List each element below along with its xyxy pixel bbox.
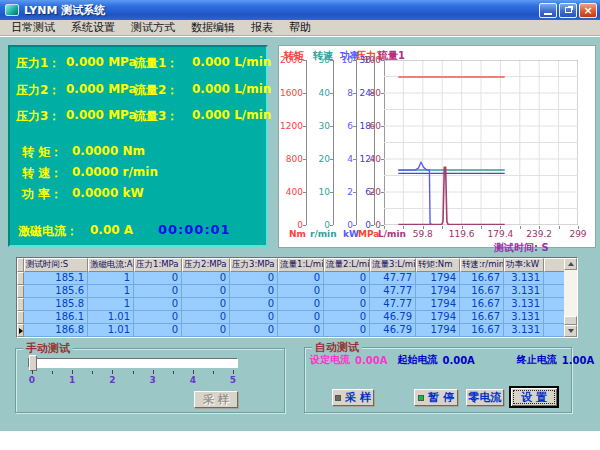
table-cell[interactable]: 0 [324,311,370,324]
table-cell[interactable]: 0 [182,285,230,298]
table-row-1[interactable]: 185.610000047.77179416.673.131 [17,285,566,298]
table-cell[interactable]: 0 [182,324,230,337]
current-slider-track[interactable] [28,358,238,368]
table-cell[interactable]: 16.67 [460,298,504,311]
slider-tick-label-1: 1 [67,375,77,385]
row-selector-4[interactable] [17,324,24,337]
menu-item-2[interactable]: 测试方式 [123,19,183,36]
table-cell[interactable]: 3.131 [504,285,544,298]
table-cell[interactable]: 186.1 [24,311,88,324]
table-cell[interactable]: 0 [134,324,182,337]
auto-sample-button[interactable]: 采 样 [332,389,374,406]
table-cell[interactable]: 0 [324,272,370,285]
table-cell[interactable]: 16.67 [460,285,504,298]
pause-button[interactable]: 暂 停 [414,389,458,406]
table-cell[interactable]: 1.01 [88,311,134,324]
table-cell[interactable]: 46.79 [370,324,416,337]
column-header-8[interactable]: 转矩:Nm [416,258,460,272]
menu-item-4[interactable]: 报表 [243,19,281,36]
setup-button[interactable]: 设 置 [510,387,558,407]
table-cell[interactable]: 3.131 [504,324,544,337]
table-cell[interactable]: 186.8 [24,324,88,337]
table-cell[interactable]: 3.131 [504,311,544,324]
readout-speed-value: 0.0000 r/min [72,165,158,179]
column-header-2[interactable]: 压力1:MPa [134,258,182,272]
table-cell[interactable]: 1794 [416,311,460,324]
table-cell[interactable]: 0 [230,272,278,285]
table-cell[interactable]: 1794 [416,272,460,285]
column-header-7[interactable]: 流量3:L/min [370,258,416,272]
table-row-3[interactable]: 186.11.010000046.79179416.673.131 [17,311,566,324]
table-cell[interactable]: 0 [134,311,182,324]
menu-item-1[interactable]: 系统设置 [63,19,123,36]
row-selector-3[interactable] [17,311,24,324]
column-header-4[interactable]: 压力3:MPa [230,258,278,272]
table-cell[interactable]: 16.67 [460,311,504,324]
table-cell[interactable]: 0 [182,272,230,285]
table-cell[interactable]: 0 [324,298,370,311]
table-cell[interactable]: 3.131 [504,298,544,311]
table-cell[interactable]: 0 [182,311,230,324]
manual-sample-button[interactable]: 采 样 [194,391,238,408]
table-cell[interactable]: 0 [230,324,278,337]
table-cell[interactable]: 0 [230,285,278,298]
table-cell[interactable]: 16.67 [460,272,504,285]
table-cell[interactable]: 0 [278,272,324,285]
zero-current-button[interactable]: 零电流 [466,389,504,406]
table-cell[interactable]: 185.6 [24,285,88,298]
table-cell[interactable]: 0 [278,324,324,337]
table-cell[interactable]: 1794 [416,324,460,337]
table-cell[interactable]: 47.77 [370,298,416,311]
close-button[interactable]: × [579,3,597,18]
table-cell[interactable]: 0 [134,285,182,298]
table-cell[interactable]: 0 [230,311,278,324]
column-header-9[interactable]: 转速:r/min [460,258,504,272]
table-cell[interactable]: 16.67 [460,324,504,337]
start-current-value: 0.00A [442,355,474,366]
row-selector-2[interactable] [17,298,24,311]
scroll-down-button[interactable] [564,325,577,337]
current-slider-thumb[interactable] [29,355,37,371]
table-cell[interactable]: 1 [88,298,134,311]
column-header-5[interactable]: 流量1:L/min [278,258,324,272]
menu-item-5[interactable]: 帮助 [281,19,319,36]
column-header-3[interactable]: 压力2:MPa [182,258,230,272]
table-cell[interactable]: 185.1 [24,272,88,285]
scroll-up-button[interactable] [564,258,577,270]
table-row-0[interactable]: 185.110000047.77179416.673.131 [17,272,566,285]
menu-item-3[interactable]: 数据编辑 [183,19,243,36]
minimize-button[interactable] [539,3,557,18]
row-selector-1[interactable] [17,285,24,298]
slider-major-tick [153,370,154,374]
menu-item-0[interactable]: 日常测试 [3,19,63,36]
table-row-4[interactable]: 186.81.010000046.79179416.673.131 [17,324,566,337]
table-cell[interactable]: 1794 [416,285,460,298]
table-cell[interactable]: 0 [230,298,278,311]
table-vertical-scrollbar[interactable] [564,258,577,337]
table-cell[interactable]: 47.77 [370,285,416,298]
scrollbar-thumb[interactable] [564,316,577,325]
table-cell[interactable]: 185.8 [24,298,88,311]
table-cell[interactable]: 0 [278,285,324,298]
restore-button[interactable] [559,3,577,18]
column-header-6[interactable]: 流量2:L/min [324,258,370,272]
table-cell[interactable]: 0 [324,324,370,337]
table-cell[interactable]: 0 [182,298,230,311]
table-cell[interactable]: 0 [278,311,324,324]
table-cell[interactable]: 1 [88,285,134,298]
table-cell[interactable]: 0 [324,285,370,298]
column-header-1[interactable]: 激磁电流:A [88,258,134,272]
table-cell[interactable]: 1 [88,272,134,285]
table-cell[interactable]: 1.01 [88,324,134,337]
row-selector-0[interactable] [17,272,24,285]
table-row-2[interactable]: 185.810000047.77179416.673.131 [17,298,566,311]
table-cell[interactable]: 3.131 [504,272,544,285]
table-cell[interactable]: 1794 [416,298,460,311]
column-header-10[interactable]: 功率:kW [504,258,544,272]
table-cell[interactable]: 0 [134,272,182,285]
table-cell[interactable]: 47.77 [370,272,416,285]
table-cell[interactable]: 46.79 [370,311,416,324]
column-header-0[interactable]: 测试时间:S [24,258,88,272]
table-cell[interactable]: 0 [134,298,182,311]
table-cell[interactable]: 0 [278,298,324,311]
